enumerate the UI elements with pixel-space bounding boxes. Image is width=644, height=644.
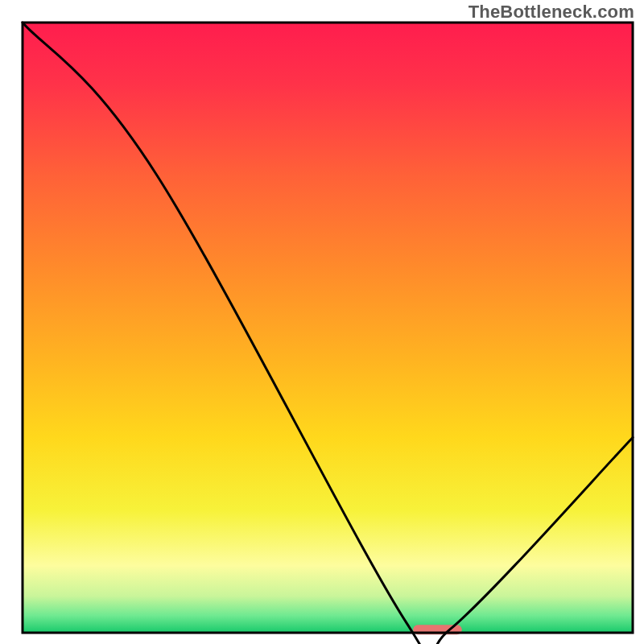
- bottleneck-curve-plot: [0, 0, 644, 644]
- chart-stage: TheBottleneck.com: [0, 0, 644, 644]
